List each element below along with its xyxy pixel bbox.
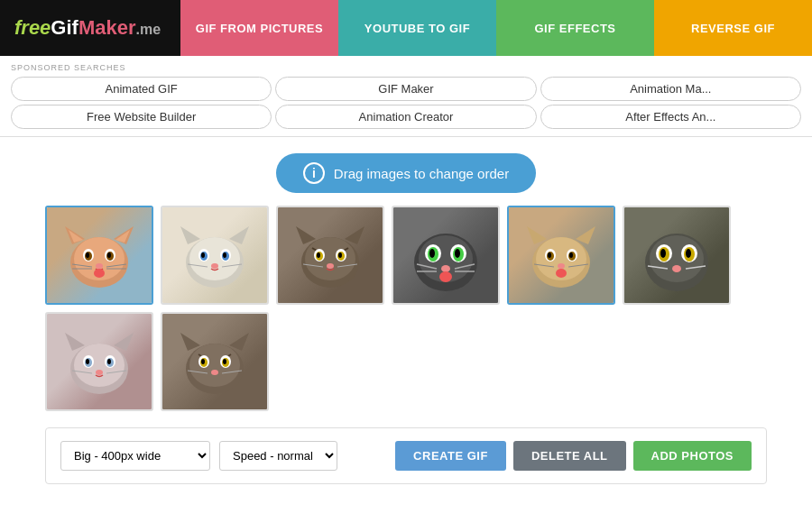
image-thumb-7[interactable] (45, 312, 153, 411)
svg-point-42 (338, 252, 342, 258)
svg-point-82 (672, 265, 681, 272)
search-gif-maker[interactable]: GIF Maker (275, 77, 536, 101)
svg-point-54 (441, 265, 450, 272)
svg-marker-100 (180, 333, 200, 351)
svg-point-95 (96, 370, 103, 375)
cat-image-8 (162, 314, 267, 409)
logo-maker: Maker (78, 16, 136, 39)
svg-point-93 (86, 359, 89, 364)
svg-point-53 (455, 249, 460, 258)
sponsored-section: SPONSORED SEARCHES Animated GIF GIF Make… (0, 56, 812, 137)
svg-marker-62 (527, 226, 547, 244)
svg-point-55 (439, 271, 452, 282)
image-thumb-6[interactable] (623, 206, 731, 305)
svg-point-80 (660, 249, 666, 258)
svg-point-99 (189, 344, 240, 387)
cat-image-6 (624, 207, 729, 303)
svg-point-70 (558, 263, 565, 269)
svg-point-52 (429, 249, 435, 258)
image-thumb-2[interactable] (161, 206, 269, 305)
tab-youtube-to-gif[interactable]: YOUTUBE TO GIF (338, 0, 496, 56)
cat-image-4 (393, 207, 498, 303)
search-after-effects[interactable]: After Effects An... (540, 105, 801, 129)
bottom-toolbar: Big - 400px wide Medium - 200px wide Sma… (45, 427, 767, 484)
delete-all-button[interactable]: DELETE ALL (513, 441, 626, 471)
tab-reverse-gif[interactable]: REVERSE GIF (654, 0, 812, 56)
search-animation-creator[interactable]: Animation Creator (275, 105, 536, 129)
drag-info-inner: i Drag images to change order (276, 153, 536, 193)
svg-point-43 (327, 263, 334, 269)
svg-point-13 (94, 269, 105, 278)
image-thumb-5[interactable] (507, 206, 615, 305)
svg-point-68 (548, 252, 551, 258)
logo-me: .me (136, 22, 161, 37)
image-thumb-8[interactable] (161, 312, 269, 411)
size-select[interactable]: Big - 400px wide Medium - 200px wide Sma… (60, 441, 210, 471)
svg-point-32 (305, 237, 355, 280)
cat-image-7 (47, 314, 152, 409)
image-thumb-4[interactable] (392, 206, 500, 305)
sponsored-label: SPONSORED SEARCHES (11, 63, 801, 72)
tab-gif-effects[interactable]: GIF EFFECTS (496, 0, 654, 56)
svg-marker-34 (345, 226, 364, 244)
cat-image-3 (278, 207, 383, 303)
svg-point-12 (96, 263, 103, 269)
tab-gif-from-pictures[interactable]: GIF FROM PICTURES (180, 0, 338, 56)
svg-point-41 (317, 252, 320, 258)
drag-info-bar: i Drag images to change order (0, 153, 812, 193)
svg-point-108 (201, 359, 205, 364)
svg-marker-87 (65, 333, 85, 351)
search-animation-maker[interactable]: Animation Ma... (540, 77, 801, 101)
create-gif-button[interactable]: CREATE GIF (395, 441, 506, 471)
search-free-website-builder[interactable]: Free Website Builder (11, 105, 272, 129)
image-row-2 (45, 312, 767, 411)
cat-image-2 (162, 207, 267, 303)
svg-marker-20 (180, 226, 200, 244)
logo-free: free (14, 16, 51, 39)
svg-point-110 (211, 370, 218, 375)
svg-marker-88 (114, 333, 134, 351)
speed-select[interactable]: Speed - slow Speed - normal Speed - fast (219, 441, 337, 471)
svg-point-94 (107, 359, 111, 364)
toolbar-buttons: CREATE GIF DELETE ALL ADD PHOTOS (395, 441, 752, 471)
image-thumb-3[interactable] (276, 206, 384, 305)
search-animated-gif[interactable]: Animated GIF (11, 77, 272, 101)
search-grid: Animated GIF GIF Maker Animation Ma... F… (11, 77, 801, 129)
svg-marker-101 (229, 333, 249, 351)
image-thumb-1[interactable] (45, 206, 153, 305)
info-icon: i (303, 162, 325, 184)
cat-image-5 (509, 207, 614, 303)
main-nav: GIF FROM PICTURES YOUTUBE TO GIF GIF EFF… (180, 0, 812, 56)
svg-point-28 (211, 263, 218, 269)
svg-point-19 (189, 237, 240, 280)
svg-point-10 (86, 252, 89, 258)
add-photos-button[interactable]: ADD PHOTOS (633, 441, 752, 471)
image-row-1 (45, 206, 767, 305)
image-gallery (0, 206, 812, 411)
svg-point-69 (569, 252, 573, 258)
svg-point-11 (107, 252, 111, 258)
cat-image-1 (47, 207, 152, 303)
svg-marker-33 (296, 226, 316, 244)
svg-point-81 (686, 249, 691, 258)
logo[interactable]: freeGifMaker.me (0, 0, 180, 56)
site-header: freeGifMaker.me GIF FROM PICTURES YOUTUB… (0, 0, 812, 56)
svg-marker-21 (229, 226, 249, 244)
svg-point-86 (74, 344, 125, 387)
drag-info-text: Drag images to change order (334, 166, 509, 181)
svg-marker-63 (576, 226, 595, 244)
logo-gif: Gif (51, 16, 78, 39)
svg-point-109 (223, 359, 226, 364)
svg-point-26 (201, 252, 205, 258)
svg-point-71 (556, 269, 567, 278)
svg-point-27 (223, 252, 226, 258)
